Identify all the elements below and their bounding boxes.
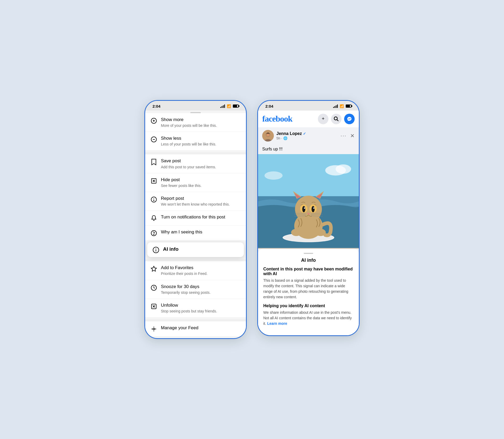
save-post-title: Save post [161, 158, 241, 164]
show-less-title: Show less [161, 135, 241, 141]
snooze-title: Snooze for 30 days [161, 284, 241, 290]
phone-facebook: 2:04 📶 facebook + [257, 100, 360, 336]
menu-item-show-more[interactable]: Show more More of your posts will be lik… [145, 113, 246, 132]
fb-header-icons: + [318, 114, 355, 124]
post-image [258, 154, 359, 249]
menu-item-save-post[interactable]: Save post Add this post to your saved it… [145, 154, 246, 173]
svg-point-49 [313, 207, 314, 209]
show-more-title: Show more [161, 117, 241, 123]
save-post-text: Save post Add this post to your saved it… [161, 158, 241, 169]
why-seeing-icon [150, 230, 157, 237]
status-bar-1: 2:04 📶 [145, 101, 246, 111]
search-button[interactable] [331, 114, 342, 124]
menu-item-unfollow[interactable]: Unfollow Stop seeing posts but stay frie… [145, 299, 246, 317]
menu-item-show-less[interactable]: Show less Less of your posts will be lik… [145, 132, 246, 150]
fb-header: facebook + [258, 111, 359, 127]
facebook-logo: facebook [262, 114, 292, 124]
report-post-title: Report post [161, 196, 241, 201]
menu-item-hide-post[interactable]: Hide post See fewer posts like this. [145, 173, 246, 192]
svg-point-46 [302, 206, 305, 212]
svg-point-39 [295, 196, 322, 222]
snooze-text: Snooze for 30 days Temporarily stop seei… [161, 284, 241, 295]
svg-point-33 [335, 164, 351, 174]
why-seeing-title: Why am I seeing this [161, 229, 241, 235]
ai-section-2-title: Helping you identify AI content [263, 304, 354, 308]
hide-post-text: Hide post See fewer posts like this. [161, 177, 241, 188]
svg-point-12 [154, 234, 154, 235]
time-display-1: 2:04 [153, 104, 160, 108]
report-post-icon [150, 196, 157, 203]
ai-info-icon [153, 247, 159, 253]
ai-section-1-title: Content in this post may have been modif… [263, 267, 354, 276]
fb-content: facebook + [258, 111, 359, 335]
unfollow-text: Unfollow Stop seeing posts but stay frie… [161, 302, 241, 313]
add-button[interactable]: + [318, 114, 328, 124]
wifi-icon-1: 📶 [227, 104, 231, 108]
svg-point-34 [265, 171, 283, 180]
menu-item-notifications[interactable]: Turn on notifications for this post [145, 211, 246, 226]
menu-item-manage-feed[interactable]: Manage your Feed [145, 321, 246, 336]
notifications-icon [150, 215, 157, 222]
post-header: Jenna Lopez ✓ 5h · 🌐 ··· ✕ [258, 127, 359, 144]
show-less-text: Show less Less of your posts will be lik… [161, 135, 241, 147]
menu-item-why-seeing[interactable]: Why am I seeing this [145, 226, 246, 240]
show-more-text: Show more More of your posts will be lik… [161, 117, 241, 128]
ai-info-text: AI info [163, 246, 239, 253]
save-post-icon [150, 159, 157, 165]
wifi-icon-2: 📶 [340, 104, 344, 108]
battery-icon-2 [346, 104, 351, 108]
unfollow-subtitle: Stop seeing posts but stay friends. [161, 309, 241, 313]
hide-post-subtitle: See fewer posts like this. [161, 183, 241, 188]
svg-marker-16 [151, 266, 156, 271]
battery-icon-1 [233, 104, 239, 108]
favorites-icon [150, 265, 157, 272]
snooze-icon [150, 284, 157, 291]
menu-item-snooze[interactable]: Snooze for 30 days Temporarily stop seei… [145, 280, 246, 299]
notifications-text: Turn on notifications for this post [161, 214, 241, 220]
menu-item-report-post[interactable]: Report post We won't let them know who r… [145, 192, 246, 211]
ai-info-title: AI info [163, 246, 239, 253]
unfollow-title: Unfollow [161, 302, 241, 308]
manage-feed-title: Manage your Feed [161, 325, 241, 331]
status-icons-1: 📶 [220, 104, 239, 108]
menu-section-3: Add to Favorites Prioritize their posts … [145, 261, 246, 317]
report-post-text: Report post We won't let them know who r… [161, 196, 241, 207]
post-actions: ··· ✕ [340, 133, 355, 139]
menu-item-favorites[interactable]: Add to Favorites Prioritize their posts … [145, 261, 246, 280]
show-more-icon [150, 117, 157, 124]
time-display-2: 2:04 [265, 104, 273, 108]
svg-point-10 [154, 200, 154, 201]
post-meta: 5h · 🌐 [276, 136, 338, 140]
post-caption: Surfs up !!! [258, 144, 359, 154]
menu-section-4: Manage your Feed [145, 321, 246, 336]
svg-point-21 [153, 328, 155, 330]
menu-section-1: Show more More of your posts will be lik… [145, 113, 246, 150]
ai-section-2-text: We share information about AI use in the… [263, 310, 354, 326]
menu-content: Show more More of your posts will be lik… [145, 113, 246, 336]
more-options-button[interactable]: ··· [340, 133, 346, 139]
close-post-button[interactable]: ✕ [350, 133, 355, 139]
panel-handle [304, 253, 313, 254]
manage-feed-text: Manage your Feed [161, 325, 241, 331]
svg-point-48 [304, 207, 305, 209]
learn-more-link[interactable]: Learn more [267, 321, 287, 326]
svg-point-56 [291, 229, 301, 236]
menu-item-ai-info[interactable]: AI info [147, 242, 244, 257]
signal-icon-2 [333, 104, 338, 108]
show-more-subtitle: More of your posts will be like this. [161, 123, 241, 128]
show-less-subtitle: Less of your posts will be like this. [161, 142, 241, 147]
snooze-subtitle: Temporarily stop seeing posts. [161, 290, 241, 295]
ai-section-1-text: This is based on a signal added by the t… [263, 278, 354, 300]
status-bar-2: 2:04 📶 [258, 101, 359, 111]
post-user-info: Jenna Lopez ✓ 5h · 🌐 [276, 131, 338, 140]
unfollow-icon [150, 303, 157, 310]
hide-post-title: Hide post [161, 177, 241, 183]
favorites-subtitle: Prioritize their posts in Feed. [161, 271, 241, 276]
messenger-button[interactable] [344, 114, 355, 124]
privacy-icon: 🌐 [283, 136, 287, 140]
save-post-subtitle: Add this post to your saved items. [161, 165, 241, 169]
report-post-subtitle: We won't let them know who reported this… [161, 202, 241, 207]
svg-line-27 [337, 120, 338, 121]
ai-panel-title: AI info [263, 258, 354, 263]
svg-point-47 [312, 206, 315, 212]
